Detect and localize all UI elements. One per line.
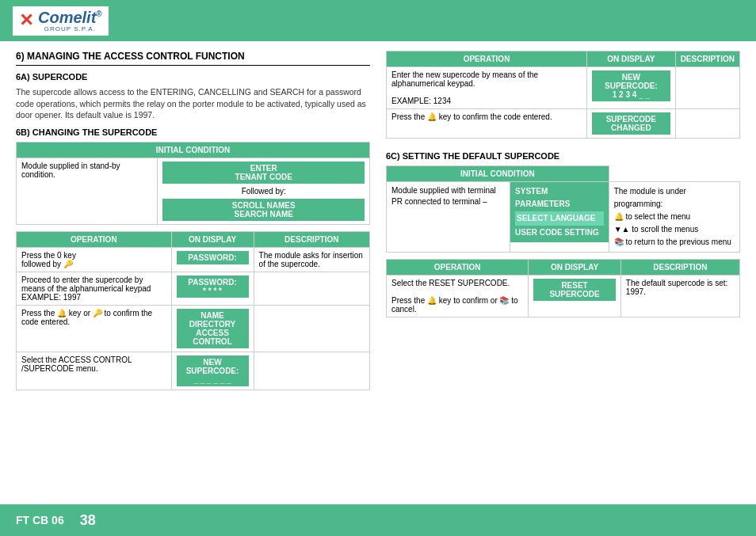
sub6a-title: 6A) SUPERCODE (16, 72, 370, 82)
password-display-1: PASSWORD: (177, 251, 249, 264)
initial-condition-header: INITIAL CONDITION (17, 143, 370, 158)
op-col-header-r2: OPERATION (387, 260, 529, 276)
name-directory-display: NAME DIRECTORYACCESS CONTROL (177, 309, 249, 348)
display-cell-r2: SUPERCODECHANGED (587, 109, 676, 139)
logo-group: GROUP S.P.A. (38, 25, 102, 32)
op-cell: Proceed to enter the supercode by means … (17, 272, 172, 306)
display-cell: NEW SUPERCODE:_ _ _ _ _ _ (171, 352, 254, 390)
user-code-line: USER CODE SETTING (515, 228, 599, 237)
op-cell-r2: Press the 🔔 key to confirm the code ente… (387, 109, 587, 139)
new-supercode-display-left: NEW SUPERCODE:_ _ _ _ _ _ (177, 355, 249, 386)
display-col-header-r: ON DISPLAY (587, 51, 676, 67)
op-cell: Select the ACCESS CONTROL /SUPERCODE men… (17, 352, 172, 390)
logo-x-icon: ✕ (19, 12, 33, 29)
supercode-changed-display: SUPERCODECHANGED (592, 112, 670, 135)
main-content: 6) MANAGING THE ACCESS CONTROL FUNCTION … (0, 41, 756, 430)
new-supercode-display-right: NEW SUPERCODE:1 2 3 4 _ _ (592, 70, 670, 101)
desc-cell-r3: The default supercode is set: 1997. (620, 276, 739, 317)
enter-tenant-code-display: ENTERTENANT CODE (162, 162, 365, 184)
footer: FT CB 06 38 (0, 504, 756, 536)
initial-condition-desc-r: Module supplied with terminal PR connect… (387, 182, 510, 253)
desc-cell (254, 272, 369, 306)
footer-code: FT CB 06 (16, 514, 64, 526)
logo-text: Comelit® GROUP S.P.A. (38, 10, 102, 32)
table-row: Press the 🔔 key or 🔑 to confirm the code… (17, 306, 370, 352)
initial-condition-table-left: INITIAL CONDITION Module supplied in sta… (16, 142, 370, 225)
desc-cell: The module asks for insertion of the sup… (254, 248, 369, 272)
initial-condition-table-right: INITIAL CONDITION Module supplied with t… (386, 165, 740, 253)
operations-table-right: OPERATION ON DISPLAY DESCRIPTION Enter t… (386, 51, 740, 139)
display-cell-r: NEW SUPERCODE:1 2 3 4 _ _ (587, 67, 676, 109)
right-column: OPERATION ON DISPLAY DESCRIPTION Enter t… (386, 51, 740, 390)
sub6a-text: The supercode allows access to the ENTER… (16, 86, 370, 121)
display-cell: PASSWORD:* * * * (171, 272, 254, 306)
desc-cell (254, 352, 369, 390)
desc-col-header-r: DESCRIPTION (675, 51, 739, 67)
initial-condition-desc: Module supplied in stand-by condition. (17, 158, 158, 225)
followed-by-text: Followed by: (162, 184, 365, 199)
sub6c-title: 6C) SETTING THE DEFAULT SUPERCODE (386, 151, 740, 161)
logo-container: ✕ Comelit® GROUP S.P.A. (13, 6, 109, 36)
footer-page: 38 (80, 512, 96, 529)
table-row: Press the 0 keyfollowed by 🔑 PASSWORD: T… (17, 248, 370, 272)
table-row: Select the ACCESS CONTROL /SUPERCODE men… (17, 352, 370, 390)
table-row: Press the 🔔 key to confirm the code ente… (387, 109, 740, 139)
op-cell: Press the 🔔 key or 🔑 to confirm the code… (17, 306, 172, 352)
desc-cell-r (675, 67, 739, 109)
scroll-names-display: SCROLL NAMESSEARCH NAME (162, 199, 365, 221)
desc-cell-r2 (675, 109, 739, 139)
initial-condition-cell: ENTERTENANT CODE Followed by: SCROLL NAM… (158, 158, 370, 225)
left-column: 6) MANAGING THE ACCESS CONTROL FUNCTION … (16, 51, 370, 390)
logo-box: ✕ Comelit® GROUP S.P.A. (13, 6, 109, 36)
op-cell-r3: Select the RESET SUPERCODE.Press the 🔔 k… (387, 276, 529, 317)
select-language-line: SELECT LANGUAGE (515, 211, 604, 226)
desc-col-header: DESCRIPTION (254, 232, 369, 248)
sub6b-title: 6B) CHANGING THE SUPERCODE (16, 127, 370, 137)
display-cell: PASSWORD: (171, 248, 254, 272)
op-col-header: OPERATION (17, 232, 172, 248)
op-col-header-r: OPERATION (387, 51, 587, 67)
password-display-2: PASSWORD:* * * * (177, 276, 249, 298)
display-cell: NAME DIRECTORYACCESS CONTROL (171, 306, 254, 352)
logo-name: Comelit® (38, 10, 102, 25)
initial-condition-desc-r2: The module is under programming: 🔔 to se… (609, 182, 739, 253)
operations-table-left: OPERATION ON DISPLAY DESCRIPTION Press t… (16, 231, 370, 390)
system-params-display: SYSTEM PARAMETERS SELECT LANGUAGE USER C… (510, 182, 609, 242)
section-title: 6) MANAGING THE ACCESS CONTROL FUNCTION (16, 51, 370, 66)
reset-supercode-display: RESET SUPERCODE (533, 279, 616, 301)
system-params-line1: SYSTEM PARAMETERS (515, 187, 570, 208)
display-cell-r3: RESET SUPERCODE (529, 276, 621, 317)
op-cell: Press the 0 keyfollowed by 🔑 (17, 248, 172, 272)
operations-table-right2: OPERATION ON DISPLAY DESCRIPTION Select … (386, 259, 740, 317)
system-params-cell: SYSTEM PARAMETERS SELECT LANGUAGE USER C… (510, 182, 609, 253)
initial-condition-header-r: INITIAL CONDITION (387, 166, 609, 182)
table-row: Enter the new supercode by means of the … (387, 67, 740, 109)
desc-col-header-r2: DESCRIPTION (620, 260, 739, 276)
desc-cell (254, 306, 369, 352)
display-col-header: ON DISPLAY (171, 232, 254, 248)
op-cell-r: Enter the new supercode by means of the … (387, 67, 587, 109)
table-row: Select the RESET SUPERCODE.Press the 🔔 k… (387, 276, 740, 317)
display-col-header-r2: ON DISPLAY (529, 260, 621, 276)
header: ✕ Comelit® GROUP S.P.A. (0, 0, 756, 41)
logo-reg: ® (96, 10, 101, 18)
table-row: Proceed to enter the supercode by means … (17, 272, 370, 306)
